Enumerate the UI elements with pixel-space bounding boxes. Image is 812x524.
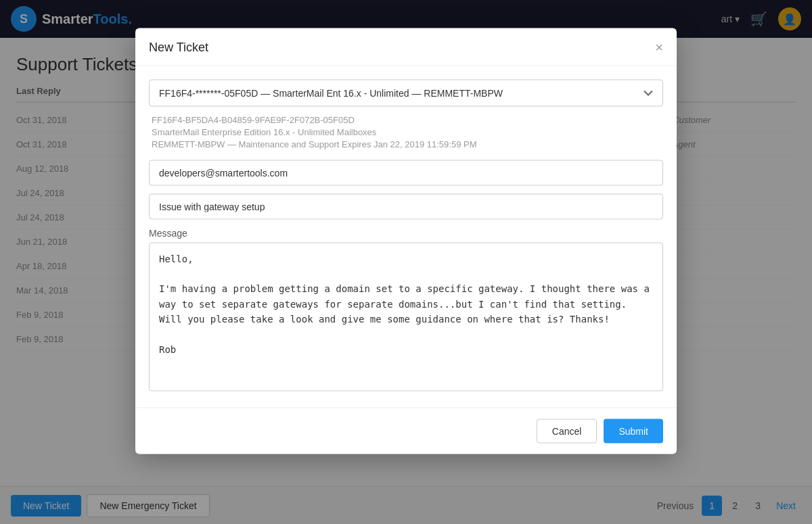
license-dropdown[interactable]: FF16F4-*******-05F05D — SmarterMail Ent … (149, 79, 663, 106)
modal-header: New Ticket × (135, 28, 677, 66)
cancel-button[interactable]: Cancel (537, 419, 597, 443)
message-textarea[interactable]: Hello, I'm having a problem getting a do… (149, 242, 663, 391)
license-edition-text: SmarterMail Enterprise Edition 16.x - Un… (152, 126, 660, 137)
email-field[interactable] (149, 160, 663, 185)
submit-button[interactable]: Submit (604, 419, 663, 443)
license-id-text: FF16F4-BF5DA4-B04859-9FAE9F-2F072B-05F05… (152, 114, 660, 124)
license-expiry-text: REMMETT-MBPW — Maintenance and Support E… (152, 139, 660, 149)
modal-close-button[interactable]: × (655, 41, 663, 54)
modal-title: New Ticket (149, 40, 208, 54)
modal-body: FF16F4-*******-05F05D — SmarterMail Ent … (135, 66, 677, 407)
message-label: Message (149, 227, 663, 238)
license-info: FF16F4-BF5DA4-B04859-9FAE9F-2F072B-05F05… (149, 114, 663, 149)
subject-field[interactable] (149, 193, 663, 219)
license-dropdown-text: FF16F4-*******-05F05D — SmarterMail Ent … (159, 87, 503, 98)
new-ticket-modal: New Ticket × FF16F4-*******-05F05D — Sma… (135, 28, 677, 454)
chevron-down-icon (644, 87, 653, 99)
modal-footer: Cancel Submit (135, 407, 677, 454)
